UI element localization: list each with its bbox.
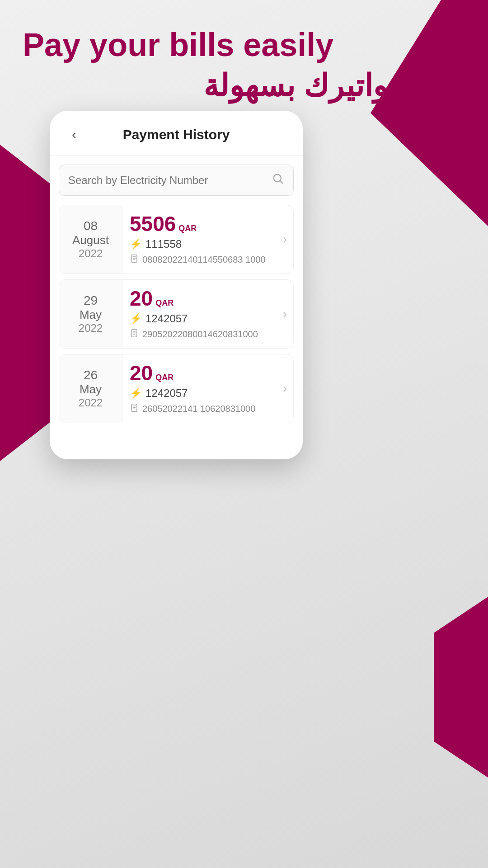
elec-number-row-1: ⚡ 111558 xyxy=(130,238,276,250)
doc-icon-3 xyxy=(130,403,139,415)
arabic-tagline: ادفع فواتيرك بسهولة xyxy=(23,67,465,104)
amount-value-1: 5506 xyxy=(130,213,176,234)
amount-row-2: 20 QAR xyxy=(130,288,276,309)
date-section-3: 26 May 2022 xyxy=(59,354,122,423)
date-section-2: 29 May 2022 xyxy=(59,280,122,348)
elec-number-row-2: ⚡ 1242057 xyxy=(130,312,276,325)
ref-number-row-2: 29052022080014620831000 xyxy=(130,329,276,340)
lightning-icon-2: ⚡ xyxy=(130,313,142,325)
doc-icon-1 xyxy=(130,254,139,265)
elec-number-2: 1242057 xyxy=(145,312,188,325)
date-year-2: 2022 xyxy=(79,322,103,335)
english-tagline: Pay your bills easily xyxy=(23,27,465,63)
header-section: Pay your bills easily ادفع فواتيرك بسهول… xyxy=(23,27,465,104)
ref-number-row-3: 26052022141 10620831000 xyxy=(130,403,276,415)
currency-tag-3: QAR xyxy=(155,373,174,382)
currency-tag-1: QAR xyxy=(178,224,197,233)
payment-info-1: 5506 QAR ⚡ 111558 xyxy=(122,205,283,274)
date-day-1: 08 xyxy=(84,219,98,233)
elec-number-1: 111558 xyxy=(145,238,182,250)
date-day-3: 26 xyxy=(84,368,98,382)
payment-info-3: 20 QAR ⚡ 1242057 xyxy=(122,354,283,423)
back-chevron-icon: ‹ xyxy=(72,127,76,142)
chevron-right-1: › xyxy=(283,205,293,274)
search-input[interactable] xyxy=(68,174,272,187)
amount-row-1: 5506 QAR xyxy=(130,213,276,234)
date-section-1: 08 August 2022 xyxy=(59,205,122,274)
elec-number-3: 1242057 xyxy=(145,387,188,400)
ref-number-row-1: 08082022140114550683 1000 xyxy=(130,254,276,265)
phone-mockup: ‹ Payment History 08 August 2022 5506 QA… xyxy=(50,111,303,459)
ref-number-2: 29052022080014620831000 xyxy=(142,329,258,340)
payment-info-2: 20 QAR ⚡ 1242057 xyxy=(122,280,283,348)
svg-point-0 xyxy=(274,175,281,182)
ref-number-1: 08082022140114550683 1000 xyxy=(142,255,266,265)
amount-value-2: 20 xyxy=(130,288,153,309)
app-title: Payment History xyxy=(123,127,230,142)
svg-rect-6 xyxy=(131,330,137,337)
amount-value-3: 20 xyxy=(130,363,153,383)
date-month-1: August xyxy=(72,233,109,247)
svg-line-1 xyxy=(280,181,282,183)
payment-card-2[interactable]: 29 May 2022 20 QAR ⚡ 1242057 xyxy=(59,279,294,349)
currency-tag-2: QAR xyxy=(155,298,174,308)
svg-rect-10 xyxy=(131,404,137,412)
payment-card-3[interactable]: 26 May 2022 20 QAR ⚡ 1242057 xyxy=(59,354,294,423)
back-button[interactable]: ‹ xyxy=(63,124,85,146)
lightning-icon-1: ⚡ xyxy=(130,238,142,250)
svg-rect-2 xyxy=(131,255,137,263)
date-month-2: May xyxy=(80,308,102,322)
date-year-3: 2022 xyxy=(79,396,103,409)
chevron-right-2: › xyxy=(283,280,293,348)
search-icon xyxy=(272,172,284,188)
search-bar[interactable] xyxy=(59,165,294,196)
date-year-1: 2022 xyxy=(79,247,103,260)
payment-list: 08 August 2022 5506 QAR ⚡ 111558 xyxy=(50,205,303,423)
date-day-2: 29 xyxy=(84,293,98,308)
elec-number-row-3: ⚡ 1242057 xyxy=(130,387,276,400)
amount-row-3: 20 QAR xyxy=(130,363,276,383)
payment-card-1[interactable]: 08 August 2022 5506 QAR ⚡ 111558 xyxy=(59,205,294,274)
app-header: ‹ Payment History xyxy=(50,111,303,156)
doc-icon-2 xyxy=(130,329,139,340)
date-month-3: May xyxy=(80,382,102,396)
chevron-right-3: › xyxy=(283,354,293,423)
ref-number-3: 26052022141 10620831000 xyxy=(142,404,255,414)
lightning-icon-3: ⚡ xyxy=(130,387,142,399)
